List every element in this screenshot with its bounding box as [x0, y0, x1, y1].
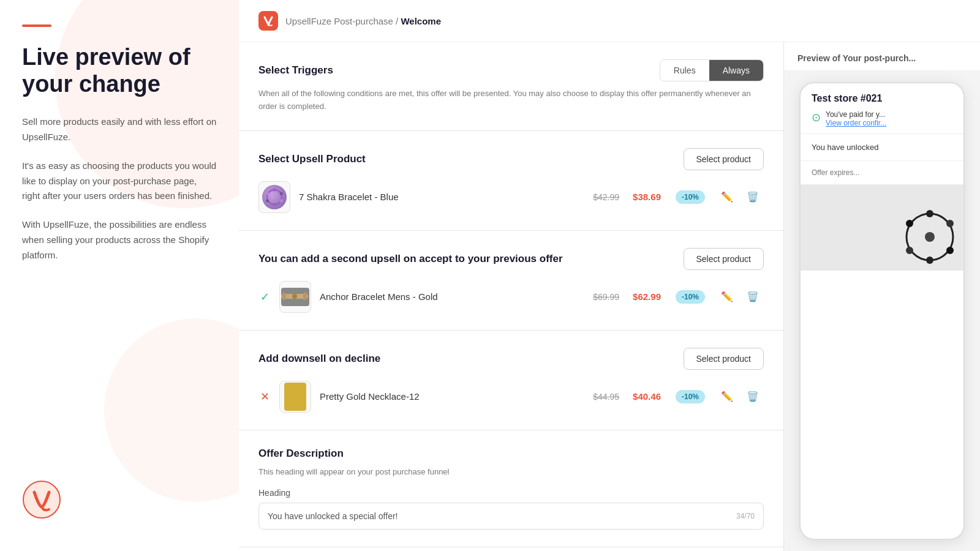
left-title: Live preview of your change: [22, 44, 217, 97]
anchor-delete-icon[interactable]: 🗑️: [747, 291, 759, 302]
second-upsell-product-row: ✓ Anchor Bracelet Mens - Gold $69.: [258, 281, 764, 313]
necklace-sale-price: $40.46: [633, 391, 661, 402]
svg-point-18: [946, 220, 954, 227]
preview-store-header: Test store #021 ⊙ You've paid for y... V…: [801, 83, 963, 134]
main-area: UpsellFuze Post-purchase / Welcome Selec…: [239, 0, 980, 551]
downsell-select-button[interactable]: Select product: [684, 348, 764, 370]
downsell-status-cross: ✕: [258, 390, 271, 403]
heading-field-label: Heading: [258, 488, 764, 498]
upsell-discount-badge: -10%: [676, 190, 705, 204]
upsell-title: Select Upsell Product: [258, 153, 366, 165]
svg-point-4: [280, 199, 283, 202]
shakra-bracelet-icon: [265, 188, 284, 206]
svg-rect-10: [303, 293, 307, 300]
svg-point-15: [292, 403, 298, 409]
anchor-discount-badge: -10%: [676, 290, 705, 304]
svg-point-11: [292, 294, 297, 299]
upsell-edit-icon[interactable]: ✏️: [721, 191, 733, 203]
heading-input[interactable]: [268, 503, 736, 529]
anchor-edit-icon[interactable]: ✏️: [721, 291, 733, 302]
breadcrumb: UpsellFuze Post-purchase / Welcome: [285, 16, 441, 26]
svg-point-2: [273, 188, 276, 191]
svg-point-21: [906, 247, 913, 254]
second-upsell-status-check: ✓: [258, 290, 271, 304]
breadcrumb-current: Welcome: [401, 16, 441, 26]
necklace-original-price: $44.95: [593, 392, 619, 402]
preview-bracelet-svg: [902, 209, 957, 264]
triggers-title: Select Triggers: [258, 64, 333, 77]
preview-offer-expires: Offer expires...: [801, 161, 963, 185]
necklace-edit-icon[interactable]: ✏️: [721, 391, 733, 402]
upsell-product-thumb: [258, 181, 290, 213]
necklace-product-thumb: [279, 381, 311, 413]
downsell-section: Add downsell on decline Select product ✕: [239, 331, 783, 430]
preview-phone-mockup: Test store #021 ⊙ You've paid for y... V…: [799, 82, 965, 540]
offer-desc-subtitle: This heading will appear on your post pu…: [258, 466, 764, 479]
preview-unlocked-text: You have unlocked: [801, 134, 963, 161]
preview-panel: Preview of Your post-purch... Test store…: [784, 42, 980, 551]
preview-title: Preview of Your post-purch...: [784, 42, 980, 71]
select-upsell-section: Select Upsell Product Select product: [239, 131, 783, 231]
upsell-product-row: 7 Shakra Bracelet - Blue $42.99 $38.69 -…: [258, 181, 764, 213]
upsell-sale-price: $38.69: [633, 192, 661, 202]
svg-point-5: [273, 203, 276, 206]
preview-store-name: Test store #021: [812, 93, 952, 104]
preview-paid-block: You've paid for y... View order confir..…: [826, 110, 886, 127]
header: UpsellFuze Post-purchase / Welcome: [239, 0, 980, 42]
downsell-header: Add downsell on decline Select product: [258, 348, 764, 370]
anchor-product-name: Anchor Bracelet Mens - Gold: [320, 291, 584, 302]
anchor-product-thumb: [279, 281, 311, 313]
downsell-product-row: ✕ Pretty Gold Necklace-12: [258, 381, 764, 413]
breadcrumb-prefix: UpsellFuze Post-purchase /: [285, 16, 401, 26]
brand-logo-icon: [22, 480, 61, 519]
rules-button[interactable]: Rules: [660, 60, 709, 81]
svg-point-7: [266, 192, 269, 195]
logo-bottom: [22, 480, 61, 522]
svg-point-23: [925, 232, 935, 242]
preview-product-image: [801, 185, 963, 271]
upsell-header: Select Upsell Product Select product: [258, 148, 764, 170]
second-upsell-title: You can add a second upsell on accept to…: [258, 253, 563, 265]
second-upsell-select-button[interactable]: Select product: [684, 248, 764, 270]
necklace-icon: [284, 383, 306, 411]
svg-point-22: [906, 220, 913, 227]
upsell-delete-icon[interactable]: 🗑️: [747, 191, 759, 203]
svg-point-3: [280, 192, 283, 195]
left-desc-3: With UpsellFuze, the possibilities are e…: [22, 217, 217, 263]
offer-description-section: Offer Description This heading will appe…: [239, 430, 783, 548]
anchor-bracelet-icon: [281, 288, 308, 305]
downsell-title: Add downsell on decline: [258, 353, 380, 365]
offer-desc-header: Offer Description: [258, 448, 764, 460]
select-triggers-section: Select Triggers Rules Always When all of…: [239, 42, 783, 131]
shakra-thumb-image: [262, 185, 287, 209]
char-count: 34/70: [736, 512, 755, 520]
second-upsell-header: You can add a second upsell on accept to…: [258, 248, 764, 270]
offer-desc-title: Offer Description: [258, 448, 344, 460]
svg-point-12: [287, 384, 304, 391]
preview-check-icon: ⊙: [812, 111, 821, 124]
trigger-button-group: Rules Always: [660, 59, 764, 81]
triggers-description: When all of the following conditions are…: [258, 88, 764, 113]
svg-point-1: [267, 190, 282, 204]
left-panel: Live preview of your change Sell more pr…: [0, 0, 239, 551]
upsellFuze-logo-icon: [262, 15, 274, 27]
svg-point-0: [23, 481, 60, 518]
anchor-original-price: $69.99: [593, 292, 619, 302]
anchor-sale-price: $62.99: [633, 291, 661, 302]
triggers-header: Select Triggers Rules Always: [258, 59, 764, 81]
preview-order-link[interactable]: View order confir...: [826, 119, 886, 127]
preview-paid-row: ⊙ You've paid for y... View order confir…: [812, 110, 952, 127]
necklace-product-name: Pretty Gold Necklace-12: [320, 391, 584, 402]
preview-paid-text: You've paid for y...: [826, 110, 886, 119]
necklace-discount-badge: -10%: [676, 390, 705, 403]
svg-point-17: [926, 210, 933, 217]
svg-point-19: [946, 247, 954, 254]
upsell-original-price: $42.99: [593, 192, 619, 202]
header-logo: [258, 11, 278, 31]
necklace-delete-icon[interactable]: 🗑️: [747, 391, 759, 402]
svg-rect-9: [282, 293, 286, 300]
always-button[interactable]: Always: [709, 60, 763, 81]
upsell-select-product-button[interactable]: Select product: [684, 148, 764, 170]
anchor-thumb-image: [281, 288, 309, 306]
editor-panel: Select Triggers Rules Always When all of…: [239, 42, 784, 551]
